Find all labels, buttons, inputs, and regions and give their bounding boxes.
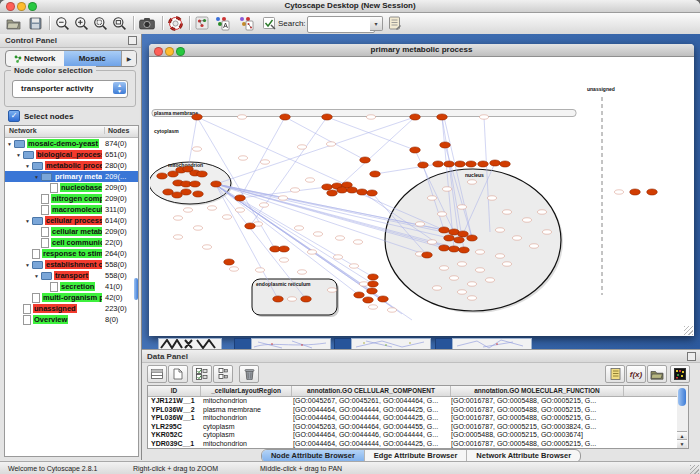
network-edge[interactable] — [250, 117, 327, 226]
tab-mosaic[interactable]: Mosaic — [64, 51, 122, 66]
help-lifesaver-icon[interactable] — [167, 15, 184, 31]
save-session-icon[interactable] — [27, 15, 44, 31]
network-node[interactable] — [279, 246, 290, 252]
column-header[interactable]: _cellularLayoutRegion — [201, 386, 292, 396]
tree-row[interactable]: cell communica22(0) — [5, 237, 138, 248]
plasma-membrane-region[interactable] — [152, 110, 576, 117]
network-edge[interactable] — [285, 117, 365, 160]
table-cell[interactable]: YPL036W__2 — [148, 406, 200, 415]
network-node[interactable] — [360, 157, 371, 163]
table-cell[interactable]: YDR039C__1 — [148, 440, 200, 449]
tree-scrollbar-thumb[interactable] — [134, 278, 138, 300]
network-node[interactable] — [211, 181, 222, 187]
vizmapper-node-icon[interactable] — [213, 15, 230, 31]
network-node[interactable] — [337, 187, 348, 193]
tree-row[interactable]: macromolecule311(0) — [5, 204, 138, 215]
tree-row[interactable]: ▼transport558(0) — [5, 270, 138, 281]
network-node[interactable] — [459, 247, 470, 253]
table-cell[interactable]: cytoplasm — [200, 423, 290, 432]
import-attributes-icon[interactable] — [647, 365, 667, 383]
network-node[interactable] — [322, 114, 333, 120]
float-panel-icon[interactable] — [128, 36, 137, 45]
table-cell[interactable]: [GO:0045263, GO:0044464, GO:0044455, G..… — [290, 423, 448, 432]
disclosure-triangle-icon[interactable]: ▼ — [25, 262, 32, 268]
network-edge[interactable] — [375, 164, 438, 174]
disclosure-triangle-icon[interactable]: ▼ — [34, 273, 41, 279]
network-node[interactable] — [410, 114, 421, 120]
network-manager-icon[interactable] — [193, 15, 210, 31]
network-node[interactable] — [449, 246, 460, 252]
tree-row[interactable]: ▼mosaic-demo-yeast874(0) — [5, 138, 138, 149]
network-node[interactable] — [357, 189, 368, 195]
table-row[interactable]: YDR039C__1mitochondrion[GO:0044464, GO:0… — [148, 440, 685, 449]
tree-row[interactable]: ▼establishment of lo558(0) — [5, 259, 138, 270]
network-node[interactable] — [190, 181, 201, 187]
table-cell[interactable]: plasma membrane — [200, 406, 290, 415]
network-node[interactable] — [347, 187, 358, 193]
table-cell[interactable]: mitochondrion — [200, 440, 290, 449]
select-attributes-icon[interactable] — [147, 365, 167, 383]
tree-row[interactable]: unassigned223(0) — [5, 303, 138, 314]
zoom-selected-icon[interactable] — [92, 15, 109, 31]
minimize-network-icon[interactable] — [165, 47, 174, 56]
scroll-down-icon[interactable]: ▼ — [677, 439, 687, 448]
close-window-icon[interactable] — [6, 2, 15, 11]
matrix-heatmap-icon[interactable] — [670, 365, 690, 383]
network-node[interactable] — [439, 245, 450, 251]
notes-document-icon[interactable] — [386, 15, 403, 31]
network-node[interactable] — [444, 235, 455, 241]
network-node[interactable] — [192, 114, 203, 120]
table-row[interactable]: YPL036W__2plasma membrane[GO:0044464, GO… — [148, 406, 685, 415]
table-vertical-scrollbar[interactable]: ▲ ▼ — [677, 385, 689, 449]
tree-row[interactable]: multi-organism pro42(0) — [5, 292, 138, 303]
scrollbar-thumb[interactable] — [678, 388, 686, 406]
table-cell[interactable]: [GO:0016787, GO:0005488, GO:0005215, G..… — [448, 414, 620, 423]
network-node[interactable] — [363, 297, 374, 303]
network-canvas[interactable]: plasma membranecytoplasmmitochondrionnuc… — [150, 57, 693, 336]
float-panel-icon[interactable] — [687, 352, 696, 361]
table-cell[interactable]: [GO:0016787, GO:0005215, GO:0003824, G..… — [448, 423, 620, 432]
network-node[interactable] — [367, 190, 378, 196]
close-network-icon[interactable] — [154, 47, 163, 56]
zoom-out-icon[interactable] — [54, 15, 71, 31]
tree-row[interactable]: Overview8(0) — [5, 314, 138, 325]
network-node[interactable] — [235, 195, 246, 201]
function-builder-icon[interactable]: f(x) — [626, 365, 646, 383]
network-node[interactable] — [440, 142, 451, 148]
network-node[interactable] — [433, 161, 444, 167]
network-node[interactable] — [370, 171, 381, 177]
table-cell[interactable]: YJR121W__1 — [148, 397, 200, 406]
zoom-in-icon[interactable] — [73, 15, 90, 31]
network-node[interactable] — [422, 252, 433, 258]
table-cell[interactable]: cytoplasm — [200, 431, 290, 440]
network-node[interactable] — [630, 189, 641, 195]
network-resize-grip[interactable] — [684, 326, 693, 335]
network-node[interactable] — [197, 171, 208, 177]
table-cell[interactable]: [GO:0045267, GO:0045261, GO:0044464, G..… — [290, 397, 448, 406]
app-resize-grip[interactable] — [690, 465, 699, 474]
network-edge[interactable] — [332, 117, 415, 193]
column-header[interactable]: annotation.GO CELLULAR_COMPONENT — [292, 386, 451, 396]
more-tabs-arrow-icon[interactable]: ▶ — [121, 51, 136, 66]
tree-row[interactable]: cellular metabo209(0) — [5, 226, 138, 237]
open-session-icon[interactable] — [5, 15, 22, 31]
snapshot-camera-icon[interactable] — [138, 15, 155, 31]
tab-network[interactable]: Network — [6, 51, 64, 66]
network-node[interactable] — [418, 162, 429, 168]
delete-trash-icon[interactable] — [239, 365, 259, 383]
network-node[interactable] — [444, 161, 455, 167]
zoom-network-icon[interactable] — [176, 47, 185, 56]
network-node[interactable] — [439, 227, 450, 233]
table-cell[interactable]: [GO:0016787, GO:0005488, GO:0005215, G..… — [448, 440, 620, 449]
network-node[interactable] — [478, 161, 489, 167]
disclosure-triangle-icon[interactable]: ▼ — [25, 218, 32, 224]
network-node[interactable] — [245, 223, 256, 229]
network-node[interactable] — [224, 259, 235, 265]
table-row[interactable]: YLR295Ccytoplasm[GO:0045263, GO:0044464,… — [148, 423, 685, 432]
table-row[interactable]: YJR121W__1mitochondrion[GO:0045267, GO:0… — [148, 397, 685, 406]
network-node[interactable] — [368, 274, 379, 280]
node-color-dropdown[interactable]: transporter activity ▲▼ — [12, 80, 128, 98]
zoom-window-icon[interactable] — [28, 2, 37, 11]
network-node[interactable] — [273, 296, 284, 302]
tree-row[interactable]: ▼metabolic process280(0) — [5, 160, 138, 171]
